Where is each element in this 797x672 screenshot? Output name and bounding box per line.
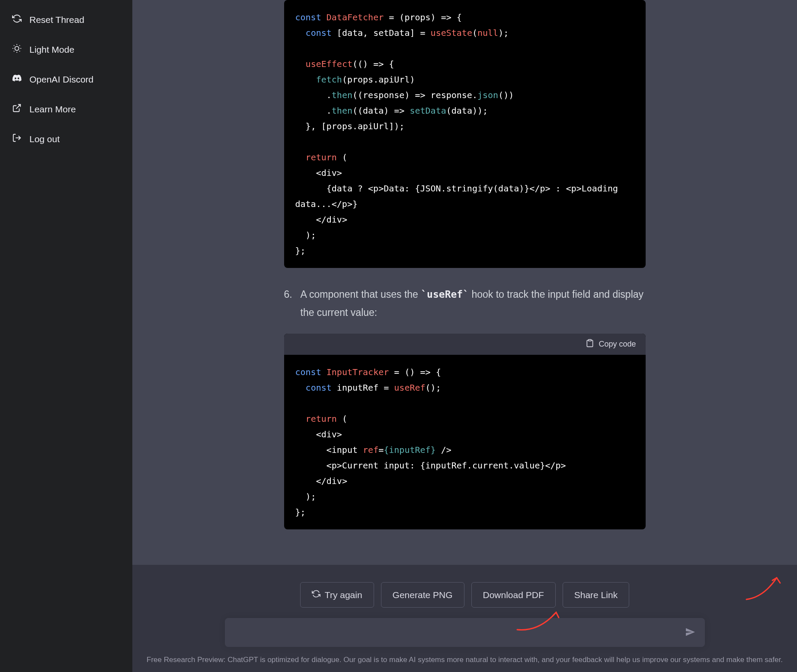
sidebar-item-label: Light Mode (29, 45, 74, 55)
external-link-icon (12, 103, 22, 115)
code-block-2: Copy code const InputTracker = () => { c… (284, 334, 646, 529)
sidebar-item-reset-thread[interactable]: Reset Thread (6, 6, 126, 33)
send-button[interactable] (685, 627, 695, 638)
code-content-1[interactable]: const DataFetcher = (props) => { const [… (284, 0, 646, 268)
sidebar-item-label: Log out (29, 134, 60, 144)
try-again-label: Try again (325, 590, 362, 600)
download-pdf-label: Download PDF (483, 590, 544, 600)
generate-png-label: Generate PNG (393, 590, 453, 600)
refresh-icon (12, 14, 22, 25)
share-link-button[interactable]: Share Link (563, 582, 629, 608)
try-again-button[interactable]: Try again (300, 582, 374, 608)
send-icon (685, 632, 695, 638)
footer-disclaimer: Free Research Preview: ChatGPT is optimi… (132, 647, 797, 672)
input-row (216, 618, 714, 647)
svg-line-8 (19, 45, 20, 46)
svg-line-9 (16, 105, 20, 109)
chat-input[interactable] (225, 618, 705, 647)
sidebar-item-label: OpenAI Discord (29, 74, 93, 85)
sidebar-item-label: Reset Thread (29, 15, 84, 25)
list-marker: 6. (284, 285, 293, 322)
list-item-6: 6. A component that uses the `useRef` ho… (284, 285, 646, 322)
copy-code-label: Copy code (599, 340, 636, 349)
sidebar: Reset Thread Light Mode OpenAI Discord L… (0, 0, 132, 672)
share-link-label: Share Link (574, 590, 618, 600)
copy-code-button[interactable]: Copy code (284, 334, 646, 355)
sidebar-item-log-out[interactable]: Log out (6, 125, 126, 153)
inline-code-useref: `useRef` (421, 289, 469, 300)
code-block-1: const DataFetcher = (props) => { const [… (284, 0, 646, 268)
sun-icon (12, 44, 22, 55)
main-area: const DataFetcher = (props) => { const [… (132, 0, 797, 672)
download-pdf-button[interactable]: Download PDF (471, 582, 556, 608)
chat-content[interactable]: const DataFetcher = (props) => { const [… (132, 0, 797, 565)
list-text: A component that uses the `useRef` hook … (301, 285, 646, 322)
discord-icon (12, 73, 22, 85)
sidebar-item-discord[interactable]: OpenAI Discord (6, 66, 126, 93)
svg-rect-11 (589, 340, 592, 341)
svg-line-3 (14, 45, 14, 46)
clipboard-icon (586, 339, 594, 350)
svg-line-4 (19, 51, 20, 51)
action-row: Try again Generate PNG Download PDF Shar… (132, 582, 797, 608)
generate-png-button[interactable]: Generate PNG (381, 582, 464, 608)
svg-line-7 (14, 51, 14, 51)
svg-point-0 (15, 46, 19, 50)
refresh-icon (312, 589, 320, 600)
logout-icon (12, 133, 22, 145)
code-content-2[interactable]: const InputTracker = () => { const input… (284, 355, 646, 529)
sidebar-item-learn-more[interactable]: Learn More (6, 96, 126, 123)
bottom-bar: Try again Generate PNG Download PDF Shar… (132, 565, 797, 672)
sidebar-item-label: Learn More (29, 104, 76, 115)
sidebar-item-light-mode[interactable]: Light Mode (6, 36, 126, 63)
